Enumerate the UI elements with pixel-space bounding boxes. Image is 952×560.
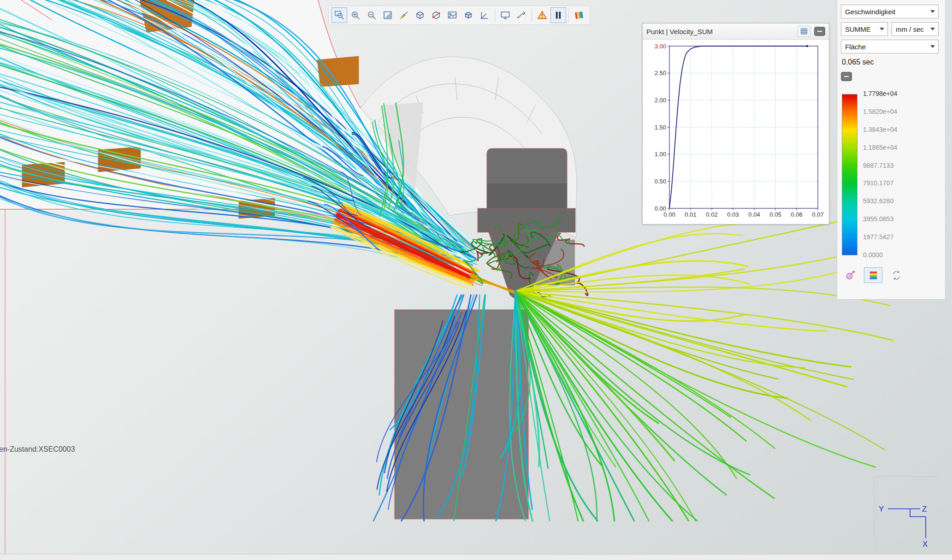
datum-axes-icon	[479, 10, 490, 21]
legend-value: 1.3843e+04	[863, 126, 897, 133]
x-tick-label: 0.07	[812, 211, 823, 218]
datum-axes-button[interactable]	[477, 7, 492, 23]
simulation-warning-button[interactable]	[534, 7, 550, 23]
zoom-out-icon	[366, 10, 377, 21]
y-tick-label: 1.00	[655, 151, 666, 158]
measure-window-titlebar[interactable]: Punkt | Velocity_SUM	[643, 24, 829, 40]
triad-x-label: X	[922, 540, 928, 548]
view-cube-icon	[463, 10, 474, 21]
domain-dropdown[interactable]: Fläche	[841, 40, 939, 53]
window-bottom-strip	[0, 554, 952, 560]
triad-y-label: Y	[879, 505, 884, 513]
zoom-in-button[interactable]	[348, 7, 363, 23]
sync-results-button[interactable]	[887, 267, 905, 283]
domain-dropdown-label: Fläche	[845, 43, 866, 51]
zoom-out-button[interactable]	[364, 7, 379, 23]
graphics-toolbar	[328, 6, 590, 25]
y-tick-label: 2.50	[655, 70, 666, 77]
view-cube-button[interactable]	[461, 7, 476, 23]
shade-mode-icon	[382, 10, 393, 21]
measure-window-actions	[798, 26, 825, 37]
x-tick-label: 0.06	[791, 211, 802, 218]
x-tick-label: 0.01	[685, 211, 696, 218]
measure-window-title: Punkt | Velocity_SUM	[646, 28, 713, 35]
legend-value: 1.7798e+04	[863, 90, 897, 97]
color-results-icon	[574, 10, 585, 21]
x-tick-label: 0.04	[748, 211, 760, 218]
simulation-warning-icon	[537, 10, 548, 21]
y-tick-label: 3.00	[655, 43, 666, 50]
sync-results-icon	[891, 270, 902, 281]
legend-value: 0.0000	[863, 251, 883, 259]
table-view-button[interactable]	[798, 26, 810, 37]
y-tick-label: 2.00	[655, 97, 666, 104]
chevron-down-icon	[930, 28, 935, 30]
pause-button[interactable]	[550, 7, 566, 23]
legend-value: 7910.1707	[863, 179, 893, 187]
current-time-label: 0.065 sec	[842, 58, 874, 66]
x-tick-label: 0.05	[769, 211, 781, 218]
toolbar-divider	[495, 9, 495, 22]
aggregate-dropdown-label: SUMME	[845, 25, 871, 33]
legend-tools	[841, 267, 905, 283]
color-results-button[interactable]	[571, 7, 587, 23]
flow-trace-icon	[516, 10, 527, 21]
legend-value: 1.5820e+04	[863, 108, 897, 115]
chevron-down-icon	[880, 28, 884, 30]
results-legend-panel: Geschwindigkeit SUMME mm / sec Fläche 0.…	[837, 0, 946, 300]
x-tick-label: 0.02	[706, 211, 717, 218]
flow-trace-button[interactable]	[514, 7, 529, 23]
zoom-in-icon	[350, 10, 361, 21]
legend-value: 9887.7133	[863, 162, 893, 169]
section-state-label: en-Zustand:XSEC0003	[0, 445, 75, 454]
y-tick-label: 1.50	[655, 124, 666, 131]
measure-window: Punkt | Velocity_SUM 3.002.502.001.501.0…	[642, 23, 829, 224]
toolbar-divider	[568, 9, 569, 22]
legend-colorbar	[842, 94, 857, 255]
legend-colors-button[interactable]	[864, 267, 882, 283]
section-cube-icon	[431, 10, 442, 21]
pause-icon	[553, 10, 564, 21]
quantity-dropdown[interactable]: Geschwindigkeit	[841, 5, 939, 18]
velocity-time-chart: 3.002.502.001.501.000.500.000.000.010.02…	[643, 40, 829, 223]
shade-mode-button[interactable]	[380, 7, 396, 23]
clipping-box-icon	[414, 10, 426, 21]
toolbar-divider	[532, 9, 532, 22]
aggregate-dropdown[interactable]: SUMME	[841, 22, 888, 36]
triad-z-label: Z	[922, 505, 927, 513]
legend-values: 1.7798e+041.5820e+041.3843e+041.1865e+04…	[863, 94, 942, 255]
legend-value: 3955.0853	[863, 215, 893, 223]
table-icon	[800, 27, 808, 35]
repaint-icon	[398, 10, 409, 21]
result-style-icon	[845, 270, 856, 281]
x-tick-label: 0.00	[663, 211, 675, 218]
zoom-window-button[interactable]	[331, 7, 347, 23]
repaint-button[interactable]	[396, 7, 412, 23]
legend-value: 5932.6280	[863, 197, 893, 205]
curve-end-marker	[806, 45, 808, 47]
unit-dropdown-label: mm / sec	[896, 25, 924, 33]
color-legend: 1.7798e+041.5820e+041.3843e+041.1865e+04…	[842, 94, 943, 256]
section-cube-button[interactable]	[428, 7, 444, 23]
display-options-button[interactable]	[497, 7, 513, 23]
unit-dropdown[interactable]: mm / sec	[892, 22, 939, 36]
application-window: Punkt | Velocity_SUM 3.002.502.001.501.0…	[0, 0, 952, 560]
x-tick-label: 0.03	[727, 211, 739, 218]
legend-value: 1977.5427	[863, 233, 893, 241]
legend-colors-icon	[868, 270, 879, 281]
section-geometry	[0, 0, 577, 285]
clipping-box-button[interactable]	[412, 7, 428, 23]
measure-minimize-button[interactable]	[814, 27, 825, 36]
quantity-dropdown-label: Geschwindigkeit	[845, 8, 895, 16]
capture-image-button[interactable]	[444, 7, 460, 23]
orientation-triad: Y Z X	[874, 473, 943, 555]
chevron-down-icon	[930, 10, 935, 13]
zoom-window-icon	[334, 10, 345, 21]
display-options-icon	[500, 10, 511, 21]
result-style-button[interactable]	[841, 267, 859, 283]
legend-value: 1.1865e+04	[863, 144, 897, 151]
legend-minimize-button[interactable]	[841, 72, 852, 81]
y-tick-label: 0.50	[655, 178, 666, 185]
chevron-down-icon	[930, 45, 935, 48]
capture-image-icon	[447, 10, 458, 21]
